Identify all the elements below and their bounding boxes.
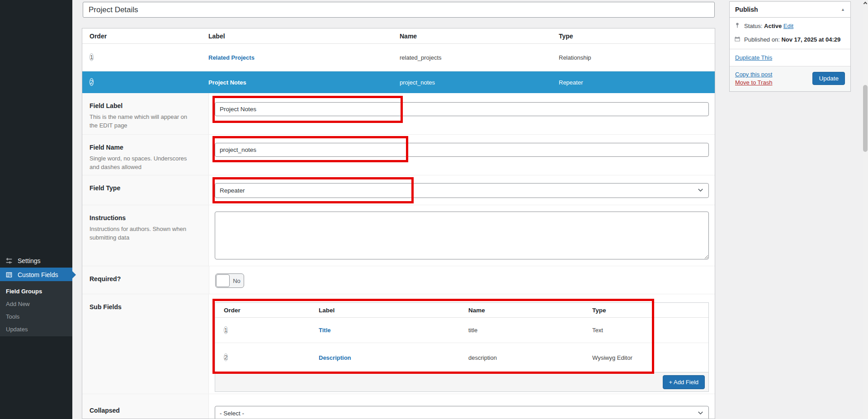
custom-fields-icon <box>5 271 14 279</box>
setting-label: Instructions <box>90 214 195 221</box>
field-order-handle[interactable]: 1 <box>224 326 228 334</box>
toggle-label: No <box>230 278 244 284</box>
field-name-cell: related_projects <box>400 54 559 61</box>
field-order-handle[interactable]: 2 <box>224 353 228 361</box>
status-row: Status: Active Edit <box>734 22 845 30</box>
settings-icon <box>5 257 14 265</box>
fields-table-header: Order Label Name Type <box>82 28 715 44</box>
status-value: Active <box>764 23 782 29</box>
admin-sidebar: Settings Custom Fields Field Groups Add … <box>0 0 72 419</box>
publishing-actions: Copy this post Move to Trash Update <box>730 66 850 91</box>
field-name-cell: description <box>468 354 592 361</box>
published-row: Published on: Nov 17, 2025 at 04:29 <box>734 36 845 43</box>
table-row-selected[interactable]: 2 Project Notes project_notes Repeater <box>82 71 715 93</box>
fields-panel: Order Label Name Type 1 Related Projects… <box>82 28 715 419</box>
instructions-textarea[interactable] <box>215 212 709 259</box>
toggle-knob <box>216 274 230 287</box>
column-header-name: Name <box>400 33 559 40</box>
selected-option: Repeater <box>220 187 245 194</box>
scrollbar-thumb[interactable] <box>863 85 868 152</box>
field-order-handle[interactable]: 2 <box>90 78 94 86</box>
field-edit-link[interactable]: Project Notes <box>208 79 246 86</box>
setting-label: Field Label <box>90 102 195 109</box>
setting-row-field-name: Field Name Single word, no spaces. Under… <box>82 135 715 175</box>
setting-label: Field Type <box>90 184 195 192</box>
column-header-name: Name <box>468 307 592 314</box>
required-toggle[interactable]: No <box>215 273 244 288</box>
column-header-type: Type <box>559 33 715 40</box>
sidebar-item-field-groups[interactable]: Field Groups <box>0 285 72 298</box>
page-scrollbar[interactable] <box>863 0 868 419</box>
selected-option: - Select - <box>220 410 244 417</box>
status-label: Status: <box>744 23 762 29</box>
setting-row-required: Required? No <box>82 266 715 294</box>
table-row[interactable]: 2 Description description Wysiwyg Editor <box>215 343 708 372</box>
pin-icon <box>734 22 741 30</box>
setting-row-field-label: Field Label This is the name which will … <box>82 93 715 135</box>
field-type-cell: Repeater <box>559 79 715 86</box>
setting-label: Field Name <box>90 144 195 151</box>
duplicate-this-link[interactable]: Duplicate This <box>735 54 772 61</box>
sidebar-item-updates[interactable]: Updates <box>0 323 72 336</box>
update-button[interactable]: Update <box>812 72 845 85</box>
move-to-trash-link[interactable]: Move to Trash <box>735 79 772 86</box>
setting-row-sub-fields: Sub Fields Order Label Name Type 1 Title… <box>82 294 715 394</box>
collapse-arrow-icon[interactable]: ▲ <box>841 7 845 12</box>
scroll-up-icon[interactable] <box>863 2 867 5</box>
table-row[interactable]: 1 Title title Text <box>215 318 708 343</box>
calendar-icon <box>734 36 741 43</box>
sub-fields-footer: + Add Field <box>215 372 709 392</box>
column-header-type: Type <box>592 307 708 314</box>
published-value: Nov 17, 2025 at 04:29 <box>781 36 840 43</box>
field-type-cell: Text <box>592 327 708 334</box>
sidebar-item-label: Settings <box>18 257 41 264</box>
sub-fields-table-header: Order Label Name Type <box>215 303 708 318</box>
column-header-label: Label <box>208 33 400 40</box>
field-type-cell: Relationship <box>559 54 715 61</box>
setting-row-field-type: Field Type Repeater <box>82 175 715 205</box>
custom-fields-submenu: Field Groups Add New Tools Updates <box>0 281 72 336</box>
setting-description: Single word, no spaces. Underscores and … <box>90 155 195 172</box>
active-menu-arrow-icon <box>72 271 76 279</box>
field-type-cell: Wysiwyg Editor <box>592 354 708 361</box>
field-name-cell: project_notes <box>400 79 559 86</box>
table-row[interactable]: 1 Related Projects related_projects Rela… <box>82 44 715 71</box>
field-edit-link[interactable]: Description <box>319 354 351 361</box>
sub-fields-table: Order Label Name Type 1 Title title Text… <box>215 302 709 372</box>
field-order-handle[interactable]: 1 <box>90 53 94 61</box>
published-label: Published on: <box>744 36 780 43</box>
field-edit-link[interactable]: Related Projects <box>208 54 255 61</box>
collapsed-select[interactable]: - Select - <box>215 406 709 419</box>
setting-description: Instructions for authors. Shown when sub… <box>90 225 195 242</box>
publish-panel-header[interactable]: Publish ▲ <box>730 2 850 18</box>
setting-label: Collapsed <box>90 407 195 414</box>
publish-panel: Publish ▲ Status: Active Edit Publishe <box>729 1 851 92</box>
setting-row-collapsed: Collapsed Select a sub field to show whe… <box>82 394 715 419</box>
sidebar-item-tools[interactable]: Tools <box>0 311 72 323</box>
field-name-input[interactable] <box>215 143 709 157</box>
chevron-down-icon <box>697 187 704 195</box>
field-name-cell: title <box>468 327 592 334</box>
sidebar-item-label: Custom Fields <box>18 271 58 278</box>
setting-label: Required? <box>90 275 195 282</box>
field-group-title-input[interactable] <box>83 2 715 18</box>
edit-status-link[interactable]: Edit <box>783 23 793 29</box>
field-edit-link[interactable]: Title <box>319 327 331 334</box>
sidebar-item-custom-fields[interactable]: Custom Fields <box>0 268 72 282</box>
chevron-down-icon <box>697 410 704 418</box>
field-label-input[interactable] <box>215 102 709 116</box>
publish-panel-title: Publish <box>735 6 758 13</box>
sidebar-item-settings[interactable]: Settings <box>0 254 72 268</box>
setting-label: Sub Fields <box>90 303 195 311</box>
column-header-order: Order <box>82 33 208 40</box>
wordpress-admin-screen: Settings Custom Fields Field Groups Add … <box>0 0 868 419</box>
setting-row-instructions: Instructions Instructions for authors. S… <box>82 205 715 266</box>
column-header-order: Order <box>215 307 319 314</box>
sidebar-item-add-new[interactable]: Add New <box>0 298 72 311</box>
add-field-button[interactable]: + Add Field <box>663 375 705 389</box>
column-header-label: Label <box>319 307 468 314</box>
field-type-select[interactable]: Repeater <box>215 183 709 198</box>
setting-description: This is the name which will appear on th… <box>90 113 195 130</box>
copy-this-post-link[interactable]: Copy this post <box>735 71 772 78</box>
